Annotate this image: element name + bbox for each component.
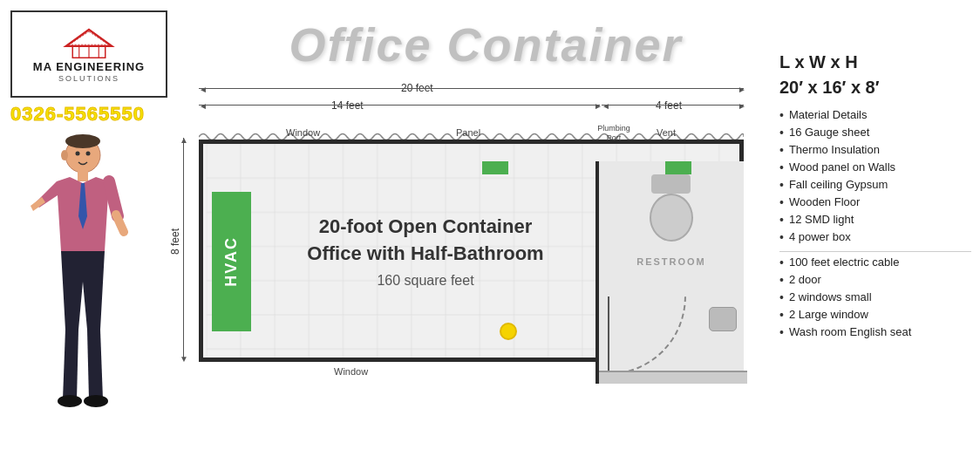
spec-item-12: Wash room English seat [779,324,971,341]
company-name: MA ENGINEERING [33,60,145,74]
dim-8ft-arrow-down: ▼ [180,354,188,364]
dim-4ft-arrow-right: ► [738,101,746,111]
panel-block [482,161,508,174]
svg-point-12 [84,395,108,407]
spec-item-1: 16 Gauge sheet [779,124,971,141]
spec-item-10: 2 windows small [779,289,971,306]
page-title: Office Container [183,17,788,72]
light-bulb [500,323,517,340]
dim-4ft-arrow-left: ◄ [602,101,610,111]
toilet-tank [651,174,691,194]
svg-marker-0 [66,30,112,46]
dim-20ft-arrow-left: ◄ [199,85,208,94]
logo-box: MA ENGINEERING SOLUTIONS [10,10,167,98]
svg-point-14 [86,152,91,156]
toilet-bowl [650,194,693,242]
dimensions-label: L x W x H [779,52,971,72]
window-top-label-1: Window [286,127,320,138]
dim-8ft-label: 8 feet [169,228,181,255]
dim-8ft-arrow-up: ▲ [180,135,188,145]
toilet [647,174,695,240]
office-title-line2: Office with Half-Bathroom [260,241,591,268]
dim-14ft-line [199,105,600,106]
spec-item-7: 4 power box [779,228,971,246]
spec-item-6: 12 SMD light [779,211,971,228]
vent-label: Vent [657,127,676,138]
door-arc [608,296,686,375]
office-title-line1: 20-foot Open Container [260,214,591,241]
restroom-steps [599,371,747,384]
svg-point-13 [76,152,80,156]
spec-item-2: Thermo Insulation [779,141,971,159]
restroom-label: RESTROOM [636,256,706,267]
specs-panel: L x W x H 20′ x 16′ x 8′ Material Detail… [779,52,971,341]
dim-14ft-label: 14 feet [331,99,364,112]
dim-20ft-arrow-right: ► [738,85,746,94]
spec-item-5: Wooden Floor [779,194,971,211]
dim-8ft-line [183,138,184,360]
dim-14ft-arrow-left: ◄ [199,101,208,111]
office-sqft: 160 square feet [260,273,591,289]
office-area-text: 20-foot Open Container Office with Half-… [260,214,591,289]
company-sub: SOLUTIONS [58,74,119,83]
spec-item-11: 2 Large window [779,306,971,324]
dimensions-value: 20′ x 16′ x 8′ [779,78,971,98]
svg-point-15 [61,150,68,160]
window-bottom-label: Window [334,366,368,377]
plumbing-label: PlumbingPort [593,124,635,143]
panel-label: Panel [456,127,480,138]
restroom-partition: RESTROOM [595,161,744,384]
vent-block [665,161,691,174]
spec-item-9: 2 door [779,271,971,289]
spec-item-4: Fall ceiling Gypsum [779,176,971,194]
svg-point-9 [65,134,100,148]
spec-list: Material Details16 Gauge sheetThermo Ins… [779,106,971,341]
dim-4ft-label: 4 feet [656,99,682,112]
svg-rect-10 [78,171,88,181]
spec-item-0: Material Details [779,106,971,124]
spec-item-8: 100 feet electric cable [779,251,971,271]
door-line [608,296,609,375]
dim-20ft-line [199,88,744,89]
human-figure [26,129,140,417]
svg-point-11 [58,395,82,407]
hvac-unit: HVAC [212,192,251,331]
sink [709,307,737,331]
logo-icon [63,25,115,60]
phone-number: 0326-5565550 [10,103,145,126]
dim-4ft-line [602,105,744,106]
floor-plan: HVAC 20-foot Open Container Office with … [199,122,744,366]
spec-item-3: Wood panel on Walls [779,159,971,176]
hvac-label: HVAC [222,236,241,287]
svg-marker-5 [70,31,109,44]
outer-wall: HVAC 20-foot Open Container Office with … [199,140,744,362]
